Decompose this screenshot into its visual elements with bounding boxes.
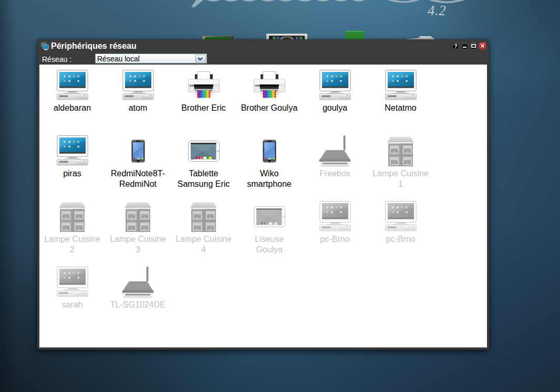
- svg-text:4.2: 4.2: [428, 3, 446, 18]
